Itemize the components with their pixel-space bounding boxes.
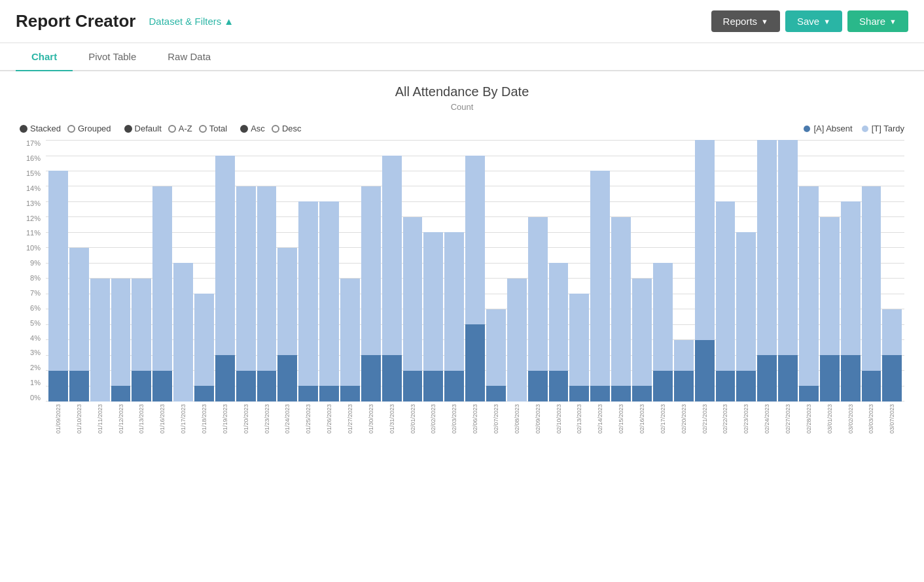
bar-tardy[interactable]	[236, 186, 256, 371]
bar-tardy[interactable]	[486, 309, 506, 386]
bar-absent[interactable]	[590, 386, 610, 402]
bar-tardy[interactable]	[820, 217, 840, 356]
bar-tardy[interactable]	[340, 279, 360, 386]
bar-absent[interactable]	[862, 371, 881, 402]
reports-button[interactable]: Reports ▼	[711, 10, 780, 32]
bar-absent[interactable]	[194, 386, 214, 402]
bar-absent[interactable]	[486, 386, 506, 402]
bar-tardy[interactable]	[277, 248, 297, 356]
default-radio[interactable]: Default	[124, 124, 162, 133]
bar-absent[interactable]	[611, 386, 631, 402]
bar-tardy[interactable]	[298, 201, 318, 386]
bar-tardy[interactable]	[716, 201, 736, 371]
bar-tardy[interactable]	[319, 201, 339, 386]
bar-tardy[interactable]	[215, 156, 235, 356]
bar-tardy[interactable]	[507, 279, 527, 402]
bar-tardy[interactable]	[444, 232, 464, 371]
bar-tardy[interactable]	[173, 263, 193, 402]
bar-tardy[interactable]	[90, 279, 110, 402]
bar-absent[interactable]	[403, 371, 423, 402]
bar-absent[interactable]	[319, 386, 339, 402]
bar-tardy[interactable]	[528, 217, 548, 371]
bar-tardy[interactable]	[152, 186, 172, 371]
bar-tardy[interactable]	[611, 217, 631, 386]
bar-group	[111, 140, 131, 402]
bar-absent[interactable]	[69, 371, 89, 402]
bar-absent[interactable]	[465, 324, 485, 402]
bar-tardy[interactable]	[736, 232, 756, 371]
bar-tardy[interactable]	[569, 294, 589, 386]
bar-absent[interactable]	[48, 371, 68, 402]
bar-absent[interactable]	[674, 371, 694, 402]
bar-tardy[interactable]	[382, 156, 402, 356]
bar-absent[interactable]	[382, 355, 402, 402]
bar-tardy[interactable]	[882, 309, 902, 356]
bar-stack	[48, 171, 68, 402]
bar-tardy[interactable]	[361, 186, 381, 356]
bar-tardy[interactable]	[132, 279, 151, 371]
tab-chart[interactable]: Chart	[16, 43, 73, 71]
bar-tardy[interactable]	[465, 156, 485, 325]
bar-absent[interactable]	[340, 386, 360, 402]
share-button[interactable]: Share ▼	[847, 10, 908, 32]
bar-group	[674, 140, 694, 402]
bar-tardy[interactable]	[757, 140, 777, 355]
bar-absent[interactable]	[277, 355, 297, 402]
bar-absent[interactable]	[799, 386, 819, 402]
tab-raw-data[interactable]: Raw Data	[152, 43, 226, 71]
az-radio[interactable]: A-Z	[168, 124, 192, 133]
save-button[interactable]: Save ▼	[785, 10, 842, 32]
bar-tardy[interactable]	[841, 201, 861, 355]
bar-absent[interactable]	[215, 355, 235, 402]
bars-wrapper	[46, 140, 904, 402]
bar-absent[interactable]	[632, 386, 652, 402]
bar-absent[interactable]	[444, 371, 464, 402]
bar-absent[interactable]	[653, 371, 673, 402]
bar-tardy[interactable]	[653, 263, 673, 371]
bar-tardy[interactable]	[590, 171, 610, 386]
bar-absent[interactable]	[549, 371, 569, 402]
bar-tardy[interactable]	[69, 248, 89, 371]
bar-absent[interactable]	[778, 355, 798, 402]
bar-group	[590, 140, 610, 402]
bar-tardy[interactable]	[799, 186, 819, 386]
bar-tardy[interactable]	[862, 186, 881, 371]
bar-absent[interactable]	[257, 371, 277, 402]
dataset-filters-button[interactable]: Dataset & Filters ▲	[149, 16, 234, 27]
bar-absent[interactable]	[841, 355, 861, 402]
bar-absent[interactable]	[569, 386, 589, 402]
asc-radio[interactable]: Asc	[240, 124, 265, 133]
bar-tardy[interactable]	[632, 279, 652, 386]
bar-absent[interactable]	[111, 386, 131, 402]
bar-tardy[interactable]	[111, 279, 131, 386]
bar-stack	[257, 186, 277, 402]
bar-absent[interactable]	[528, 371, 548, 402]
bar-absent[interactable]	[736, 371, 756, 402]
bar-absent[interactable]	[132, 371, 151, 402]
bar-absent[interactable]	[423, 371, 443, 402]
bar-tardy[interactable]	[695, 140, 715, 340]
bar-absent[interactable]	[882, 355, 902, 402]
bar-tardy[interactable]	[194, 294, 214, 386]
bar-tardy[interactable]	[674, 340, 694, 371]
bar-absent[interactable]	[236, 371, 256, 402]
desc-radio[interactable]: Desc	[272, 124, 302, 133]
bar-absent[interactable]	[361, 355, 381, 402]
grouped-radio[interactable]: Grouped	[67, 124, 111, 133]
total-radio[interactable]: Total	[199, 124, 227, 133]
bar-absent[interactable]	[820, 355, 840, 402]
bar-tardy[interactable]	[403, 217, 423, 371]
bar-absent[interactable]	[298, 386, 318, 402]
bar-tardy[interactable]	[549, 263, 569, 371]
bar-absent[interactable]	[695, 340, 715, 402]
bar-tardy[interactable]	[48, 171, 68, 371]
stacked-radio[interactable]: Stacked	[20, 124, 61, 133]
bar-absent[interactable]	[152, 371, 172, 402]
bar-absent[interactable]	[757, 355, 777, 402]
bar-tardy[interactable]	[423, 232, 443, 371]
tab-pivot-table[interactable]: Pivot Table	[73, 43, 152, 71]
bar-absent[interactable]	[716, 371, 736, 402]
bar-tardy[interactable]	[257, 186, 277, 371]
bar-tardy[interactable]	[778, 140, 798, 355]
bar-stack	[569, 294, 589, 402]
